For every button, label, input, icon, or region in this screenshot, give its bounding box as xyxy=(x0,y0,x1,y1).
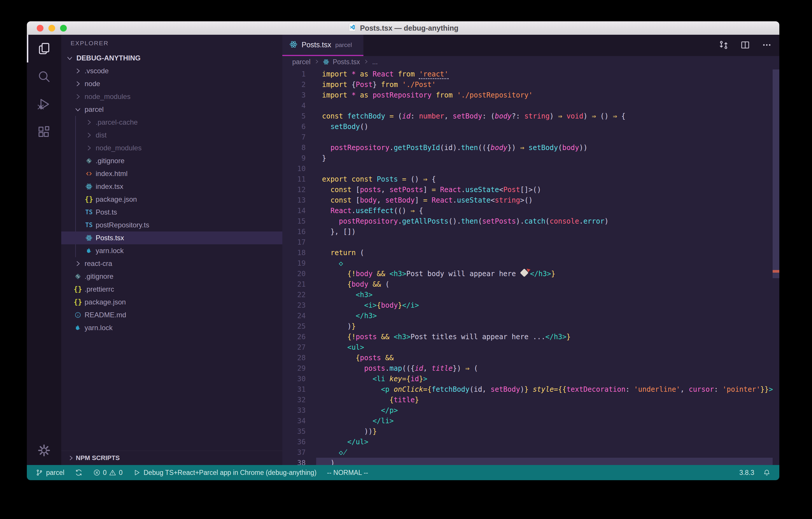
tree-item-parcel[interactable]: parcel xyxy=(61,103,282,116)
title-bar[interactable]: Posts.tsx — debug-anything xyxy=(27,21,779,35)
bell-icon[interactable] xyxy=(763,469,771,476)
minimize-button[interactable] xyxy=(49,25,55,31)
tree-item-label: README.md xyxy=(85,311,126,319)
open-changes-icon[interactable] xyxy=(719,40,729,50)
tree-item-package-json[interactable]: {}package.json xyxy=(61,296,282,308)
tree-item-yarn-lock[interactable]: yarn.lock xyxy=(61,321,282,334)
git-icon xyxy=(83,157,94,165)
code-line-19[interactable]: 19 ◇ xyxy=(282,258,779,269)
activity-extensions[interactable] xyxy=(27,118,61,146)
code-text: const [posts, setPosts] = React.useState… xyxy=(322,185,541,195)
code-line-23[interactable]: 23 <i>{body}</i> xyxy=(282,300,779,310)
code-line-36[interactable]: 36 </ul> xyxy=(282,437,779,447)
code-line-6[interactable]: 6 setBody() xyxy=(282,121,779,132)
code-line-22[interactable]: 22 <h3> xyxy=(282,290,779,300)
tree-item-package-json[interactable]: {}package.json xyxy=(61,193,282,206)
code-line-16[interactable]: 16 }, []) xyxy=(282,226,779,237)
code-line-29[interactable]: 29 posts.map(({id, title}) ⇒ ( xyxy=(282,363,779,374)
code-line-20[interactable]: 20 {!body && <h3>Post body will appear h… xyxy=(282,269,779,279)
code-line-14[interactable]: 14 React.useEffect(() ⇒ { xyxy=(282,206,779,216)
more-actions-icon[interactable] xyxy=(762,40,772,50)
debug-launch-button[interactable]: Debug TS+React+Parcel app in Chrome (deb… xyxy=(133,469,316,477)
tree-item-react-cra[interactable]: react-cra xyxy=(61,257,282,270)
code-line-31[interactable]: 31 <p onClick={fetchBody(id, setBody)} s… xyxy=(282,384,779,395)
activity-explorer[interactable] xyxy=(27,35,61,62)
code-line-1[interactable]: 1import * as React from 'react' xyxy=(282,69,779,79)
status-bar: parcel 0 0 Debug TS+React+Parcel app in … xyxy=(27,465,779,480)
code-line-11[interactable]: 11export const Posts = () ⇒ { xyxy=(282,174,779,185)
tree-item-posts-tsx[interactable]: Posts.tsx xyxy=(61,231,282,244)
code-line-34[interactable]: 34 </li> xyxy=(282,416,779,426)
code-line-9[interactable]: 9} xyxy=(282,153,779,163)
tree-item-node[interactable]: node xyxy=(61,77,282,90)
tree-item-yarn-lock[interactable]: yarn.lock xyxy=(61,244,282,257)
tree-item-label: index.html xyxy=(96,170,127,178)
breadcrumb-item-parcel[interactable]: parcel xyxy=(292,58,311,66)
code-line-13[interactable]: 13 const [body, setBody] = React.useStat… xyxy=(282,195,779,206)
tree-item-dist[interactable]: dist xyxy=(61,129,282,142)
problems-indicator[interactable]: 0 0 xyxy=(93,469,123,477)
code-line-26[interactable]: 26 {!posts && <h3>Post titles will appea… xyxy=(282,332,779,342)
code-line-4[interactable]: 4 xyxy=(282,101,779,111)
editor-scrollbar[interactable] xyxy=(773,56,779,465)
code-editor[interactable]: 1import * as React from 'react'2import {… xyxy=(282,68,779,465)
git-branch-indicator[interactable]: parcel xyxy=(36,469,64,477)
code-line-37[interactable]: 37 ◇̸ xyxy=(282,447,779,458)
code-line-10[interactable]: 10 xyxy=(282,163,779,174)
json-icon: {} xyxy=(83,195,94,204)
scrollbar-thumb[interactable] xyxy=(773,70,779,278)
tree-item-node-modules[interactable]: node_modules xyxy=(61,142,282,155)
code-line-18[interactable]: 18 return ( xyxy=(282,248,779,258)
code-line-30[interactable]: 30 <li key={id}> xyxy=(282,374,779,384)
code-line-15[interactable]: 15 postRepository.getAllPosts().then(set… xyxy=(282,216,779,226)
tab-posts-tsx[interactable]: Posts.tsx parcel xyxy=(282,35,364,56)
code-line-33[interactable]: 33 </p> xyxy=(282,405,779,416)
code-text: <h3> xyxy=(322,290,373,300)
code-text: <i>{body}</i> xyxy=(322,300,419,310)
code-line-32[interactable]: 32 {title} xyxy=(282,395,779,405)
code-line-38[interactable]: 38 ) xyxy=(282,458,779,465)
code-line-24[interactable]: 24 </h3> xyxy=(282,310,779,321)
activity-run-debug[interactable] xyxy=(27,90,61,118)
zoom-button[interactable] xyxy=(60,25,67,31)
npm-scripts-section[interactable]: NPM SCRIPTS xyxy=(61,451,282,465)
activity-search[interactable] xyxy=(27,62,61,90)
code-line-17[interactable]: 17 xyxy=(282,237,779,248)
settings-gear-icon[interactable] xyxy=(27,440,61,461)
code-line-3[interactable]: 3import * as postRepository from './post… xyxy=(282,90,779,101)
tree-item-post-ts[interactable]: TSPost.ts xyxy=(61,206,282,219)
tree-item-node-modules[interactable]: node_modules xyxy=(61,90,282,103)
tree-item-label: node xyxy=(85,80,100,88)
tree-item-debug-anything[interactable]: DEBUG-ANYTHING xyxy=(61,52,282,64)
code-line-27[interactable]: 27 <ul> xyxy=(282,342,779,353)
code-line-5[interactable]: 5const fetchBody = (id: number, setBody:… xyxy=(282,111,779,121)
code-line-12[interactable]: 12 const [posts, setPosts] = React.useSt… xyxy=(282,185,779,195)
code-text: ))} xyxy=(322,426,377,437)
code-line-2[interactable]: 2import {Post} from './Post' xyxy=(282,79,779,90)
breadcrumb-item-symbol[interactable]: ... xyxy=(372,58,378,66)
code-line-28[interactable]: 28 {posts && xyxy=(282,353,779,363)
tree-item-postrepository-ts[interactable]: TSpostRepository.ts xyxy=(61,219,282,231)
chevron-right-icon xyxy=(83,131,94,139)
tree-item-parcel-cache[interactable]: .parcel-cache xyxy=(61,116,282,129)
tree-item-gitignore[interactable]: .gitignore xyxy=(61,155,282,167)
split-editor-icon[interactable] xyxy=(740,40,750,50)
line-number: 27 xyxy=(282,342,306,353)
tree-item-prettierrc[interactable]: {}.prettierrc xyxy=(61,283,282,296)
tree-item-vscode[interactable]: .vscode xyxy=(61,64,282,77)
code-line-25[interactable]: 25 )} xyxy=(282,321,779,332)
tree-item-label: dist xyxy=(96,131,107,139)
tree-item-readme-md[interactable]: README.md xyxy=(61,308,282,321)
tree-item-index-html[interactable]: index.html xyxy=(61,167,282,180)
code-line-21[interactable]: 21 {body && ( xyxy=(282,279,779,290)
breadcrumb-item-posts-tsx[interactable]: Posts.tsx xyxy=(333,58,360,66)
close-button[interactable] xyxy=(37,25,44,31)
code-line-8[interactable]: 8 postRepository.getPostById(id).then(({… xyxy=(282,142,779,153)
code-line-7[interactable]: 7 xyxy=(282,132,779,142)
ts-version[interactable]: 3.8.3 xyxy=(740,469,754,477)
tree-item-index-tsx[interactable]: index.tsx xyxy=(61,180,282,193)
code-text: ) xyxy=(322,458,335,465)
sync-button[interactable] xyxy=(75,469,83,476)
tree-item-gitignore[interactable]: .gitignore xyxy=(61,270,282,283)
code-line-35[interactable]: 35 ))} xyxy=(282,426,779,437)
